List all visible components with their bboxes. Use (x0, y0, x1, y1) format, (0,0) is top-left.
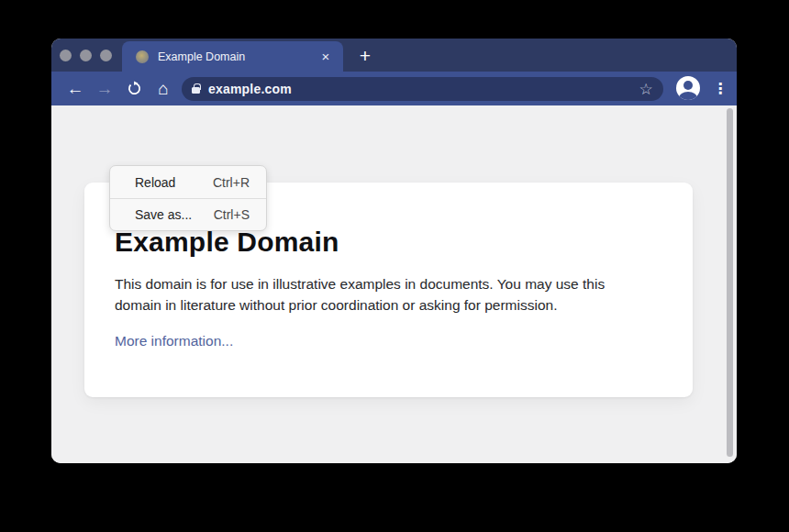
lock-icon (192, 87, 200, 94)
url-text[interactable]: example.com (208, 82, 636, 96)
back-button[interactable]: ← (61, 76, 90, 102)
browser-window: Example Domain × + ← → ⌂ example.com ☆ ⋮… (51, 39, 737, 463)
window-close-button[interactable] (60, 50, 72, 61)
menu-item-shortcut: Ctrl+R (213, 175, 250, 190)
back-arrow-icon: ← (67, 80, 84, 97)
new-tab-button[interactable]: + (354, 45, 376, 67)
tab-close-icon[interactable]: × (317, 49, 334, 65)
traffic-lights (60, 39, 112, 72)
page-paragraph: This domain is for use in illustrative e… (115, 273, 647, 316)
address-bar[interactable]: example.com ☆ (182, 77, 663, 101)
reload-button[interactable] (119, 76, 149, 102)
profile-button[interactable] (676, 76, 700, 100)
more-information-link[interactable]: More information... (115, 333, 233, 349)
menu-item-reload[interactable]: Reload Ctrl+R (110, 166, 266, 198)
menu-item-label: Save as... (135, 207, 192, 222)
tab-title: Example Domain (158, 50, 317, 63)
context-menu: Reload Ctrl+R Save as... Ctrl+S (109, 165, 267, 231)
home-icon: ⌂ (158, 80, 168, 97)
kebab-menu-icon: ⋮ (713, 80, 728, 97)
menu-item-save-as[interactable]: Save as... Ctrl+S (110, 198, 266, 230)
tab-bar: Example Domain × + (51, 39, 737, 72)
menu-item-label: Reload (135, 175, 175, 190)
bookmark-star-icon[interactable]: ☆ (636, 82, 656, 97)
forward-button[interactable]: → (90, 76, 119, 102)
reload-icon (127, 81, 142, 96)
menu-item-shortcut: Ctrl+S (214, 207, 250, 222)
browser-tab[interactable]: Example Domain × (122, 41, 343, 72)
overflow-menu-button[interactable]: ⋮ (711, 76, 729, 100)
window-zoom-button[interactable] (100, 50, 112, 61)
forward-arrow-icon: → (96, 80, 114, 97)
site-favicon-icon (136, 50, 149, 63)
page-content: Example Domain This domain is for use in… (51, 105, 737, 463)
home-button[interactable]: ⌂ (149, 76, 178, 102)
toolbar: ← → ⌂ example.com ☆ ⋮ (51, 72, 737, 105)
vertical-scrollbar[interactable] (727, 108, 733, 457)
window-minimize-button[interactable] (80, 50, 92, 61)
page-title: Example Domain (115, 227, 656, 258)
